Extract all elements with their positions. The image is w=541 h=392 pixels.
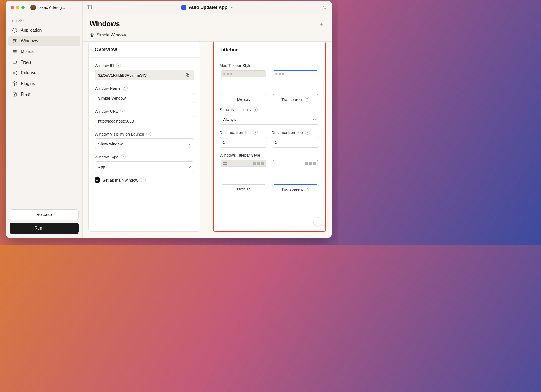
copy-button[interactable]: [185, 72, 192, 79]
help-icon[interactable]: ?: [305, 97, 309, 102]
tab-simple-window[interactable]: Simple Window: [88, 30, 127, 41]
help-icon[interactable]: ?: [141, 178, 146, 182]
gear-icon: [12, 28, 17, 33]
sidebar-footer: Release Run ⋮: [6, 206, 82, 238]
help-icon[interactable]: ?: [123, 86, 128, 91]
help-icon[interactable]: ?: [121, 154, 126, 159]
help-icon[interactable]: ?: [116, 63, 121, 68]
window-type-select[interactable]: [95, 161, 194, 172]
svg-marker-12: [13, 82, 17, 84]
run-more-button[interactable]: ⋮: [67, 223, 79, 234]
window-chrome: Isaac Aderog...: [6, 1, 82, 14]
help-icon[interactable]: ?: [305, 130, 310, 135]
app-icon: [181, 5, 186, 10]
tray-icon: [12, 60, 17, 65]
help-icon[interactable]: ?: [253, 107, 258, 112]
sidebar-item-plugins[interactable]: Plugins: [8, 79, 80, 89]
app-window: Isaac Aderog... Builder Application Wind…: [6, 1, 332, 238]
win-style-default-option[interactable]: [221, 160, 266, 185]
tab-label: Simple Window: [96, 33, 126, 38]
list-toggle-icon[interactable]: [322, 5, 328, 10]
window-name-label: Window Name: [95, 86, 121, 91]
svg-point-8: [13, 72, 14, 74]
window-id-label: Window ID: [95, 63, 114, 68]
sidebar-item-application[interactable]: Application: [8, 25, 80, 35]
traffic-lights-select[interactable]: [220, 114, 319, 125]
help-icon[interactable]: ?: [146, 132, 151, 136]
sidebar-nav: Application Windows Menus Trays: [6, 25, 82, 100]
sidebar-item-label: Releases: [21, 71, 39, 75]
page-title: Windows: [90, 20, 120, 28]
help-icon[interactable]: ?: [253, 130, 258, 135]
help-icon[interactable]: ?: [120, 109, 125, 113]
sidebar-item-menus[interactable]: Menus: [8, 47, 80, 57]
panel-titlebar: Titlebar Mac Titlebar Style Default: [213, 42, 326, 232]
windows-icon: [12, 39, 17, 43]
release-button[interactable]: Release: [10, 209, 79, 220]
windows-logo-icon: [223, 162, 227, 165]
sidebar-item-windows[interactable]: Windows: [8, 36, 80, 46]
sidebar-item-trays[interactable]: Trays: [8, 57, 80, 67]
dist-left-label: Distance from left: [220, 130, 251, 135]
svg-rect-1: [13, 40, 16, 42]
checkbox-checked-icon[interactable]: [95, 177, 100, 183]
panel-overview-title: Overview: [89, 42, 200, 58]
window-url-field[interactable]: [95, 116, 194, 126]
sidebar-item-files[interactable]: Files: [8, 89, 80, 99]
dist-top-field[interactable]: [272, 137, 319, 148]
app-title-dropdown[interactable]: Auto Updater App: [93, 5, 322, 10]
main-window-label: Set as main window: [103, 178, 138, 182]
info-button[interactable]: i: [313, 217, 322, 226]
tabs: Simple Window: [83, 30, 332, 41]
dist-left-field[interactable]: [220, 137, 267, 148]
menu-icon: [12, 49, 17, 54]
win-style-transparent-label: Transparent: [281, 187, 303, 191]
window-visibility-select[interactable]: [95, 138, 194, 149]
sidebar-item-label: Files: [21, 92, 30, 97]
main: Auto Updater App Windows ＋ Simple Window: [83, 1, 332, 238]
mac-style-transparent-label: Transparent: [281, 97, 303, 102]
window-name-field[interactable]: [95, 93, 194, 103]
mac-style-default-option[interactable]: [221, 70, 266, 95]
mac-style-transparent-option[interactable]: [273, 70, 318, 95]
sidebar-item-label: Menus: [21, 49, 34, 54]
minimize-icon[interactable]: [16, 6, 19, 9]
page-header: Windows ＋: [83, 14, 332, 30]
chevron-down-icon: [230, 6, 234, 9]
main-window-checkbox-row[interactable]: Set as main window ?: [95, 177, 194, 183]
eye-icon: [90, 33, 94, 38]
svg-point-7: [15, 71, 17, 72]
sidebar-item-label: Windows: [21, 39, 38, 43]
titlebar: Auto Updater App: [83, 1, 332, 14]
sidebar-item-label: Plugins: [21, 81, 35, 86]
run-button[interactable]: Run: [10, 223, 67, 234]
mac-style-label: Mac Titlebar Style: [220, 63, 251, 68]
app-title: Auto Updater App: [189, 5, 228, 10]
svg-line-10: [14, 72, 15, 73]
panel-overview: Overview Window ID ?: [88, 42, 200, 232]
svg-line-11: [14, 73, 15, 74]
svg-point-0: [14, 30, 15, 31]
close-icon[interactable]: [11, 6, 14, 9]
window-type-label: Window Type: [95, 155, 119, 159]
dist-top-label: Distance from top: [272, 130, 303, 135]
add-window-button[interactable]: ＋: [319, 20, 325, 28]
svg-rect-5: [13, 61, 17, 63]
sidebar-toggle-icon[interactable]: [86, 4, 93, 11]
zoom-icon[interactable]: [21, 6, 25, 9]
svg-point-20: [91, 35, 93, 36]
sidebar-section-label: Builder: [6, 14, 82, 25]
window-id-field[interactable]: [95, 70, 194, 80]
share-icon: [12, 71, 17, 75]
traffic-lights[interactable]: [11, 6, 25, 9]
help-icon[interactable]: ?: [305, 187, 309, 191]
mac-style-default-label: Default: [237, 97, 250, 101]
avatar[interactable]: [30, 5, 36, 10]
sidebar-item-label: Application: [21, 28, 42, 33]
win-style-transparent-option[interactable]: [273, 160, 318, 185]
window-url-label: Window URL: [95, 109, 118, 113]
sidebar-item-releases[interactable]: Releases: [8, 68, 80, 78]
user-name[interactable]: Isaac Aderog...: [38, 5, 65, 10]
win-style-label: Windows Titlebar Style: [220, 153, 260, 157]
sidebar: Isaac Aderog... Builder Application Wind…: [6, 1, 83, 238]
